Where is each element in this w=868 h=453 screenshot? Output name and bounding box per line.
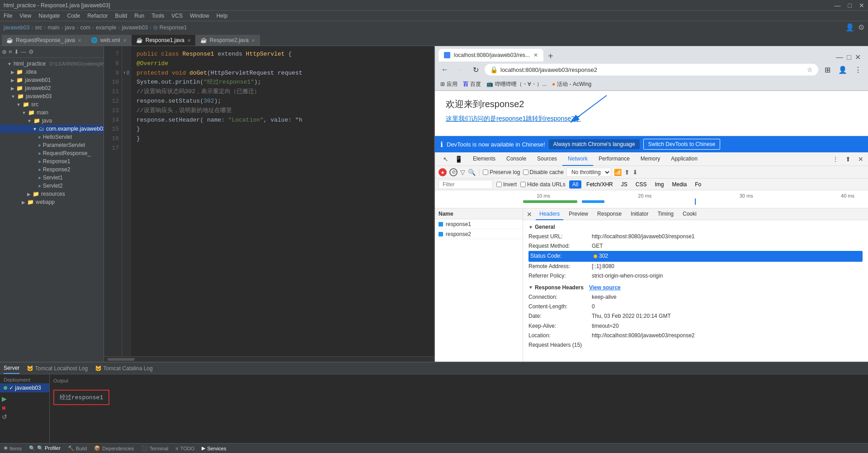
tab-close[interactable]: ✕ [123, 38, 127, 43]
status-services[interactable]: ▶ Services [202, 445, 226, 451]
invert-check[interactable]: Invert [496, 181, 517, 188]
back-btn[interactable]: ← [439, 63, 451, 76]
filter-fetch-btn[interactable]: Fetch/XHR [583, 180, 616, 189]
bookmark-acwing[interactable]: ● 活动 - AcWing [552, 80, 591, 88]
account-btn[interactable]: 👤 [836, 63, 849, 76]
sidebar-item-src[interactable]: ▼ 📁 src [0, 100, 104, 109]
hide-data-check[interactable]: Hide data URLs [520, 181, 566, 188]
detail-tab-response[interactable]: Response [594, 208, 625, 220]
tab-request-response[interactable]: ☕ RequestResponse_.java ✕ [2, 35, 86, 46]
sidebar-item-javaweb03[interactable]: ▼ 📁 javaweb03 [0, 92, 104, 100]
menu-navigate[interactable]: Navigate [38, 13, 60, 19]
bottom-tab-server[interactable]: Server [4, 363, 19, 374]
sidebar-item-javaweb01[interactable]: ▶ 📁 javaweb01 [0, 76, 104, 84]
detail-tab-headers[interactable]: Headers [536, 208, 563, 220]
status-dependencies[interactable]: 📦 Dependencies [94, 445, 134, 451]
filter-input[interactable] [439, 180, 493, 189]
menu-window[interactable]: Window [190, 13, 209, 19]
sidebar-item-java[interactable]: ▼ 📁 java [0, 117, 104, 125]
toolbar-btn2[interactable]: ≡ [9, 48, 12, 55]
sidebar-item-response1[interactable]: ● Response1 [0, 157, 104, 165]
view-source-link[interactable]: View source [589, 284, 621, 291]
request-response2[interactable]: response2 [435, 229, 523, 239]
bottom-tab-localhost-log[interactable]: 🐱 Tomcat Localhost Log [27, 363, 88, 373]
browser-tab[interactable]: localhost:8080/javaweb03/res... ✕ [439, 49, 543, 61]
tab-sources[interactable]: Sources [532, 152, 562, 166]
hide-data-input[interactable] [520, 182, 526, 187]
request-response1[interactable]: response1 [435, 219, 523, 229]
filter-all-btn[interactable]: All [569, 180, 581, 189]
menu-refactor[interactable]: Refactor [87, 13, 108, 19]
bookmark-baidu[interactable]: 百 百度 [463, 80, 481, 88]
bookmark-icon[interactable]: ☆ [807, 66, 813, 73]
tab-network[interactable]: Network [562, 152, 593, 166]
toolbar-btn1[interactable]: ⊕ [2, 48, 7, 55]
menu-build[interactable]: Build [115, 13, 127, 19]
filter-font-btn[interactable]: Fo [692, 180, 704, 189]
maximize-btn[interactable]: □ [848, 2, 852, 9]
project-item[interactable]: javaweb03 [4, 24, 29, 31]
detail-tab-initiator[interactable]: Initiator [627, 208, 652, 220]
status-build[interactable]: 🔨 Build [68, 445, 87, 451]
status-profiler[interactable]: 🔍 🔍 Profiler [29, 445, 61, 451]
tab-memory[interactable]: Memory [635, 152, 665, 166]
minimize-btn[interactable]: — [835, 2, 841, 9]
sidebar-item-html-practice[interactable]: ▼ html_practice D:\LEARNING\codeing\html… [0, 60, 104, 68]
window-restore-icon[interactable]: □ [847, 53, 851, 61]
vertical-dots-icon[interactable]: ⋮ [830, 154, 841, 165]
sidebar-item-request-response[interactable]: ● RequestResponse_ [0, 149, 104, 157]
tab-close[interactable]: ✕ [251, 38, 255, 43]
tab-response1[interactable]: ☕ Response1.java ✕ [132, 35, 196, 46]
tab-elements[interactable]: Elements [467, 152, 501, 166]
stop-icon[interactable]: ■ [2, 404, 47, 411]
close-btn[interactable]: ✕ [859, 2, 864, 9]
preserve-log-input[interactable] [483, 170, 488, 175]
tab-application[interactable]: Application [665, 152, 703, 166]
throttle-select[interactable]: No throttling [566, 168, 611, 177]
reload-icon[interactable]: ↺ [2, 413, 47, 420]
undock-icon[interactable]: ⬆ [843, 154, 854, 165]
tab-close[interactable]: ✕ [78, 38, 81, 43]
filter-js-btn[interactable]: JS [618, 180, 631, 189]
sidebar-item-servlet1[interactable]: ● Servlet1 [0, 174, 104, 182]
filter-css-btn[interactable]: CSS [632, 180, 650, 189]
detail-tab-cookies[interactable]: Cooki [679, 208, 700, 220]
bookmark-bilibili[interactable]: 📺 哔哩哔哩（・∀・）... [486, 80, 547, 88]
sidebar-item-javaweb02[interactable]: ▶ 📁 javaweb02 [0, 84, 104, 92]
forward-btn[interactable]: → [454, 63, 467, 76]
invert-input[interactable] [496, 182, 502, 187]
address-bar[interactable]: 🔒 localhost:8080/javaweb03/response2 ☆ [485, 64, 818, 76]
details-close-btn[interactable]: ✕ [525, 210, 534, 219]
record-btn[interactable]: ● [439, 168, 447, 176]
new-tab-btn[interactable]: + [544, 51, 557, 61]
play-icon[interactable]: ▶ [2, 395, 47, 402]
tab-console[interactable]: Console [501, 152, 532, 166]
browser-tab-close[interactable]: ✕ [533, 52, 538, 58]
device-icon[interactable]: 📱 [453, 154, 464, 165]
filter-icon[interactable]: ▽ [460, 169, 465, 176]
menu-file[interactable]: File [4, 13, 12, 19]
extensions-btn[interactable]: ⊞ [821, 63, 834, 76]
match-chrome-language-btn[interactable]: Always match Chrome's language [549, 139, 640, 149]
menu-tools[interactable]: Tools [151, 13, 164, 19]
sidebar-item-main[interactable]: ▼ 📁 main [0, 109, 104, 117]
tab-close[interactable]: ✕ [187, 38, 191, 43]
toolbar-btn3[interactable]: ⬇ [14, 48, 19, 55]
code-text[interactable]: public class Response1 extends HttpServl… [131, 46, 434, 356]
clear-btn[interactable]: ⊘ [449, 168, 458, 176]
menu-view[interactable]: View [19, 13, 31, 19]
status-terminal[interactable]: ⬛ Terminal [142, 445, 169, 451]
detail-tab-preview[interactable]: Preview [565, 208, 592, 220]
search-icon[interactable]: 🔍 [468, 169, 476, 176]
tab-performance[interactable]: Performance [593, 152, 635, 166]
switch-devtools-btn[interactable]: Switch DevTools to Chinese [643, 139, 721, 150]
close-devtools-icon[interactable]: ✕ [855, 154, 866, 165]
status-items[interactable]: ✱ Items [4, 445, 22, 451]
menu-dots-btn[interactable]: ⋮ [852, 63, 864, 76]
sidebar-item-hello-servlet[interactable]: ● HelloServlet [0, 133, 104, 141]
toolbar-btn5[interactable]: ⚙ [28, 48, 34, 55]
menu-code[interactable]: Code [67, 13, 80, 19]
window-min-icon[interactable]: — [836, 53, 843, 61]
tab-web-xml[interactable]: 🌐 web.xml ✕ [86, 35, 132, 46]
filter-img-btn[interactable]: Img [651, 180, 667, 189]
